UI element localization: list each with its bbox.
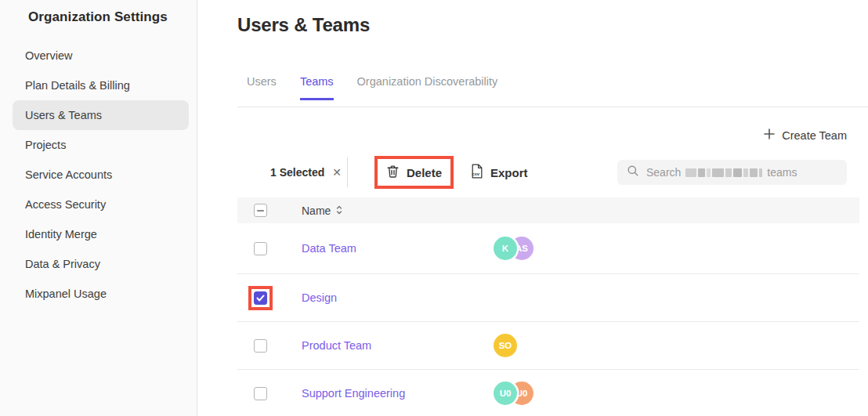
member-avatars: SO <box>494 334 517 357</box>
member-avatars: K AS <box>494 237 533 260</box>
avatar: SO <box>494 334 517 357</box>
annotation-highlight-delete: Delete <box>374 156 454 189</box>
row-checkbox-data-team[interactable] <box>254 242 267 255</box>
main-content: Users & Teams Users Teams Organization D… <box>198 0 868 416</box>
plus-icon <box>764 128 775 142</box>
sidebar-item-access-security[interactable]: Access Security <box>13 190 189 219</box>
row-checkbox-support-engineering[interactable] <box>254 387 267 400</box>
search-input[interactable]: Search teams <box>617 160 847 185</box>
delete-button[interactable]: Delete <box>378 159 450 186</box>
selection-status: 1 Selected ✕ <box>270 166 342 179</box>
tab-users[interactable]: Users <box>247 75 277 100</box>
svg-text:csv: csv <box>472 172 480 176</box>
table-row: Data Team K AS <box>237 223 859 274</box>
tab-bar-divider <box>237 107 868 107</box>
row-checkbox-design[interactable] <box>254 291 267 305</box>
sidebar-item-service-accounts[interactable]: Service Accounts <box>13 160 189 190</box>
sidebar-item-data-privacy[interactable]: Data & Privacy <box>13 249 189 279</box>
search-placeholder: Search teams <box>646 166 797 179</box>
trash-icon <box>386 165 400 180</box>
annotation-highlight-checkbox <box>248 286 273 310</box>
sidebar-item-users-teams[interactable]: Users & Teams <box>13 100 189 130</box>
table-row: Support Engineering U0 U0 <box>237 370 859 416</box>
tab-teams[interactable]: Teams <box>300 75 334 100</box>
export-button[interactable]: csv Export <box>470 164 528 181</box>
team-link-support-engineering[interactable]: Support Engineering <box>302 387 405 400</box>
create-team-label: Create Team <box>782 129 847 142</box>
team-link-design[interactable]: Design <box>302 291 337 304</box>
member-avatars: U0 U0 <box>494 382 533 405</box>
sidebar-item-identity-merge[interactable]: Identity Merge <box>13 219 189 249</box>
sidebar-item-mixpanel-usage[interactable]: Mixpanel Usage <box>13 279 189 309</box>
sort-icon <box>336 204 342 217</box>
name-column-header[interactable]: Name <box>302 204 342 217</box>
avatar: K <box>494 237 517 260</box>
sidebar-item-projects[interactable]: Projects <box>13 130 189 160</box>
csv-file-icon: csv <box>470 164 483 181</box>
tab-organization-discoverability[interactable]: Organization Discoverability <box>357 75 498 100</box>
selected-count: 1 Selected <box>270 166 324 179</box>
teams-table: Name Data Team K AS <box>237 197 859 416</box>
create-team-button[interactable]: Create Team <box>764 128 847 142</box>
tab-bar: Users Teams Organization Discoverability <box>247 75 497 100</box>
clear-selection-icon[interactable]: ✕ <box>332 166 342 179</box>
row-checkbox-product-team[interactable] <box>254 339 267 353</box>
redacted-text-block <box>685 168 762 177</box>
export-button-label: Export <box>490 166 528 179</box>
sidebar-item-plan-details-billing[interactable]: Plan Details & Billing <box>13 71 189 100</box>
avatar: U0 <box>494 382 517 405</box>
team-link-data-team[interactable]: Data Team <box>302 242 356 255</box>
sidebar-item-overview[interactable]: Overview <box>13 41 189 71</box>
table-row: Design <box>237 274 859 322</box>
select-all-checkbox[interactable] <box>254 204 267 217</box>
indeterminate-dash-icon <box>257 210 264 212</box>
settings-sidebar: Organization Settings Overview Plan Deta… <box>0 0 197 416</box>
team-link-product-team[interactable]: Product Team <box>302 339 371 352</box>
delete-button-label: Delete <box>407 166 442 179</box>
sidebar-title: Organization Settings <box>28 9 168 25</box>
checkmark-icon <box>256 295 265 302</box>
organization-settings-page: Organization Settings Overview Plan Deta… <box>0 0 868 416</box>
sidebar-nav: Overview Plan Details & Billing Users & … <box>0 41 197 309</box>
toolbar-divider <box>347 157 348 187</box>
page-title: Users & Teams <box>237 14 370 36</box>
search-icon <box>627 165 639 180</box>
table-header-row: Name <box>237 197 859 223</box>
table-row: Product Team SO <box>237 322 859 370</box>
